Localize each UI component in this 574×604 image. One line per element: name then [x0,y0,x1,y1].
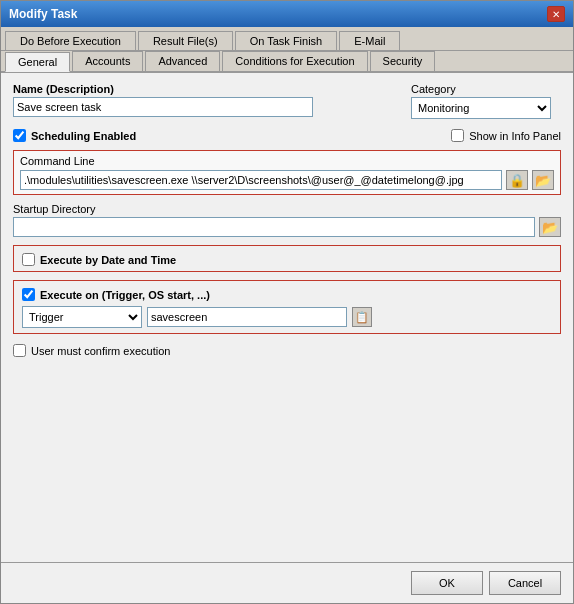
tab-on-task-finish[interactable]: On Task Finish [235,31,338,50]
cancel-button[interactable]: Cancel [489,571,561,595]
execute-trigger-label: Execute on (Trigger, OS start, ...) [40,289,210,301]
show-info-label: Show in Info Panel [469,130,561,142]
startup-input-row: 📂 [13,217,561,237]
tab-conditions[interactable]: Conditions for Execution [222,51,367,71]
execute-date-section: Execute by Date and Time [13,245,561,272]
main-content: Name (Description) Category Monitoring D… [1,73,573,562]
execute-date-checkbox-row: Execute by Date and Time [22,253,552,266]
command-line-input[interactable] [20,170,502,190]
command-input-row: 🔒 📂 [20,170,554,190]
folder-icon-button[interactable]: 📂 [532,170,554,190]
copy-icon: 📋 [355,311,369,324]
startup-dir-label: Startup Directory [13,203,561,215]
category-label: Category [411,83,561,95]
tab-result-files[interactable]: Result File(s) [138,31,233,50]
ok-button[interactable]: OK [411,571,483,595]
show-info-checkbox[interactable] [451,129,464,142]
trigger-text-input[interactable] [147,307,347,327]
scheduling-label: Scheduling Enabled [31,130,136,142]
tabs-row1: Do Before Execution Result File(s) On Ta… [1,27,573,51]
execute-trigger-section: Execute on (Trigger, OS start, ...) Trig… [13,280,561,334]
execute-trigger-checkbox[interactable] [22,288,35,301]
tab-accounts[interactable]: Accounts [72,51,143,71]
user-confirm-row: User must confirm execution [13,344,561,357]
tab-general[interactable]: General [5,52,70,72]
execute-date-checkbox[interactable] [22,253,35,266]
execute-trigger-checkbox-row: Execute on (Trigger, OS start, ...) [22,288,552,301]
trigger-select[interactable]: Trigger OS Start Manual [22,306,142,328]
tab-advanced[interactable]: Advanced [145,51,220,71]
window-title: Modify Task [9,7,77,21]
execute-date-label: Execute by Date and Time [40,254,176,266]
tabs-row2: General Accounts Advanced Conditions for… [1,51,573,73]
trigger-input-row: Trigger OS Start Manual 📋 [22,306,552,328]
close-button[interactable]: ✕ [547,6,565,22]
category-select[interactable]: Monitoring Default System [411,97,551,119]
bottom-bar: OK Cancel [1,562,573,603]
modify-task-window: Modify Task ✕ Do Before Execution Result… [0,0,574,604]
scheduling-checkbox-row: Scheduling Enabled [13,129,136,142]
tab-security[interactable]: Security [370,51,436,71]
category-section: Category Monitoring Default System [411,83,561,119]
folder-icon: 📂 [535,173,551,188]
command-line-section: Command Line 🔒 📂 [13,150,561,195]
scheduling-checkbox[interactable] [13,129,26,142]
user-confirm-checkbox[interactable] [13,344,26,357]
user-confirm-label: User must confirm execution [31,345,170,357]
title-bar: Modify Task ✕ [1,1,573,27]
name-input[interactable] [13,97,313,117]
show-info-checkbox-row: Show in Info Panel [451,129,561,142]
name-category-row: Name (Description) Category Monitoring D… [13,83,561,119]
command-line-label: Command Line [20,155,554,167]
trigger-copy-icon-button[interactable]: 📋 [352,307,372,327]
name-section: Name (Description) [13,83,401,117]
startup-folder-icon-button[interactable]: 📂 [539,217,561,237]
startup-dir-input[interactable] [13,217,535,237]
scheduling-row: Scheduling Enabled Show in Info Panel [13,127,561,142]
name-label: Name (Description) [13,83,401,95]
tab-do-before-execution[interactable]: Do Before Execution [5,31,136,50]
tab-email[interactable]: E-Mail [339,31,400,50]
startup-dir-section: Startup Directory 📂 [13,203,561,237]
lock-icon-button[interactable]: 🔒 [506,170,528,190]
startup-folder-icon: 📂 [542,220,558,235]
lock-icon: 🔒 [509,173,525,188]
